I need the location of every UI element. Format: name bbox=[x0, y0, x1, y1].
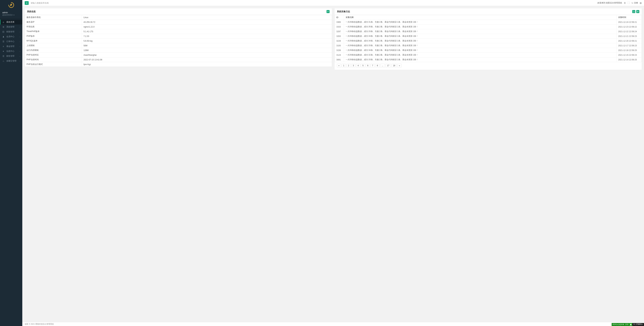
page-button[interactable]: ... bbox=[380, 64, 385, 68]
log-result: 一共39条收益数据，成功:35条、失败:2条、基金代码错误:1条、基金未更新:1… bbox=[344, 25, 616, 29]
nav-item-0[interactable]: ⌂ 后台主页 bbox=[0, 20, 22, 25]
info-key: MYSQL版本 bbox=[25, 39, 82, 43]
log-result: 一共39条收益数据，成功:34条、失败:2条、基金代码错误:1条、基金未更新:2… bbox=[344, 39, 616, 43]
external-icon: ◳ bbox=[633, 11, 634, 13]
log-row: 3159 一共39条收益数据，成功:34条、失败:2条、基金代码错误:1条、基金… bbox=[334, 48, 642, 53]
logout-icon: ↪ bbox=[632, 2, 633, 4]
page-button[interactable]: 6 bbox=[366, 64, 370, 68]
chevron-left-icon: ‹ bbox=[20, 26, 20, 28]
nav-item-1[interactable]: ⚙ 系统管理 ‹ bbox=[0, 25, 22, 29]
lock-icon: ⚿ bbox=[2, 31, 5, 33]
page-button[interactable]: 1 bbox=[342, 64, 346, 68]
logout-label: 注销 bbox=[634, 2, 638, 4]
page-button[interactable]: 18 bbox=[392, 64, 397, 68]
page-button[interactable]: 2 bbox=[346, 64, 351, 68]
grid-icon[interactable]: ▦ bbox=[640, 2, 642, 4]
page-button[interactable]: 8 bbox=[375, 64, 380, 68]
page-button[interactable]: 5 bbox=[361, 64, 365, 68]
info-row: PHP版本7.2.33 bbox=[25, 34, 332, 39]
nav-label: 系统管理 bbox=[6, 26, 20, 28]
log-id: 3193 bbox=[334, 43, 344, 48]
info-row: 服务器操作系统:Linux bbox=[25, 15, 332, 20]
footer-text: 创富 © 2021 网络科技后台管理系统 bbox=[25, 323, 54, 325]
log-id: 3228 bbox=[334, 39, 344, 43]
log-id: 3297 bbox=[334, 29, 344, 34]
nav-label: 权限管理 bbox=[6, 30, 20, 33]
trash-icon[interactable]: 🗑 bbox=[624, 2, 626, 4]
log-id: 3263 bbox=[334, 34, 344, 39]
nav-item-7[interactable]: ☰ 财务管理 ‹ bbox=[0, 54, 22, 59]
page-button[interactable]: « bbox=[337, 64, 341, 68]
log-result: 一共39条收益数据，成功:34条、失败:2条、基金代码错误:1条、基金未更新:1… bbox=[344, 48, 616, 53]
info-key: 环境信息 bbox=[25, 25, 82, 29]
nav-item-8[interactable]: ♨ 余额宝管理 ‹ bbox=[0, 59, 22, 63]
info-key: PHP当前时间 bbox=[25, 57, 82, 62]
list-icon: ☰ bbox=[2, 40, 5, 43]
nav-label: 余额宝管理 bbox=[6, 60, 20, 62]
search-input[interactable] bbox=[31, 2, 598, 4]
log-time: 2021-12-24 22:59:21 bbox=[616, 20, 642, 25]
external-button[interactable]: ◳ bbox=[632, 10, 635, 13]
hamburger-icon: ≡ bbox=[26, 2, 27, 4]
chevron-left-icon: ‹ bbox=[20, 41, 20, 43]
info-row: 运行内存限制128M bbox=[25, 48, 332, 53]
log-id: 3091 bbox=[334, 57, 344, 62]
log-time: 2021-12-20 22:59:21 bbox=[616, 39, 642, 43]
footer: 创富 © 2021 网络科技后台管理系统 bbox=[22, 322, 644, 326]
chevron-left-icon: ‹ bbox=[20, 50, 20, 52]
log-time: 2021-12-14 22:59:25 bbox=[616, 57, 642, 62]
log-result: 一共39条收益数据，成功:32条、失败:2条、基金代码错误:1条、基金未更新:1… bbox=[344, 53, 616, 57]
nav-item-4[interactable]: ☰ 订单中心 ‹ bbox=[0, 39, 22, 44]
info-value: 128M bbox=[82, 48, 332, 53]
info-row: 环境信息nginx/1.22.0 bbox=[25, 25, 332, 29]
log-id: 3365 bbox=[334, 20, 344, 25]
page-button[interactable]: » bbox=[397, 64, 402, 68]
nav-menu: ⌂ 后台主页 ⚙ 系统管理 ‹⚿ 权限管理 ‹♟ 会员中心 ‹☰ 订单中心 ‹≡… bbox=[0, 19, 22, 63]
log-result: 一共39条收益数据，成功:34条、失败:2条、基金代码错误:1条、基金未更新:1… bbox=[344, 34, 616, 39]
chevron-left-icon: ‹ bbox=[20, 46, 20, 48]
sidebar: admin 超级管理员9 ⌂ 后台主页 ⚙ 系统管理 ‹⚿ 权限管理 ‹♟ 会员… bbox=[0, 0, 22, 326]
info-icon: ✦ bbox=[2, 50, 5, 53]
info-row: ThinkPHP版本5.1.41 LTS bbox=[25, 29, 332, 34]
chart-icon: ≡ bbox=[2, 45, 5, 48]
user-icon: ♟ bbox=[2, 35, 5, 38]
page-button[interactable]: 4 bbox=[356, 64, 360, 68]
info-key: 服务器操作系统: bbox=[25, 15, 82, 20]
nav-item-6[interactable]: ✦ 信息中心 ‹ bbox=[0, 49, 22, 54]
page-button[interactable]: 3 bbox=[351, 64, 356, 68]
logo[interactable] bbox=[0, 0, 22, 10]
nav-label: 信息中心 bbox=[6, 50, 20, 53]
info-row: PHP当前时间2022-07-15 13:41:08 bbox=[25, 57, 332, 62]
settings-button[interactable]: ⚙ bbox=[636, 10, 639, 13]
nav-label: 订单中心 bbox=[6, 40, 20, 43]
info-value: 43.255.30.72 bbox=[82, 20, 332, 25]
perf-text: 开开心心过大年 开开 bbox=[612, 323, 630, 326]
perf-badge[interactable]: 开开心心过大年 开开 ⬢ 0.178001s bbox=[612, 323, 644, 326]
page-button[interactable]: 17 bbox=[386, 64, 391, 68]
info-value: Linux bbox=[82, 15, 332, 20]
money-icon: ☰ bbox=[2, 55, 5, 58]
info-row: 服务器IP43.255.30.72 bbox=[25, 20, 332, 25]
nav-label: 财务管理 bbox=[6, 55, 20, 58]
info-value: 5.6.50-log bbox=[82, 39, 332, 43]
sysinfo-title: 系统信息 bbox=[27, 10, 36, 13]
user-role-dropdown[interactable]: 超级管理员9 bbox=[2, 14, 20, 16]
page-button[interactable]: 7 bbox=[370, 64, 375, 68]
expand-icon[interactable]: ⛶ bbox=[628, 2, 630, 4]
logout-button[interactable]: ↪ 注销 bbox=[632, 2, 638, 4]
fire-icon: ♨ bbox=[2, 60, 5, 62]
nav-item-5[interactable]: ≡ 基金管理 ‹ bbox=[0, 44, 22, 49]
info-value: 50M bbox=[82, 43, 332, 48]
nav-item-2[interactable]: ⚿ 权限管理 ‹ bbox=[0, 29, 22, 34]
log-row: 3228 一共39条收益数据，成功:34条、失败:2条、基金代码错误:1条、基金… bbox=[334, 39, 642, 43]
log-time: 2021-12-21 22:59:23 bbox=[616, 34, 642, 39]
log-result: 一共39条收益数据，成功:33条、失败:2条、基金代码错误:1条、基金未更新:1… bbox=[344, 57, 616, 62]
nav-item-3[interactable]: ♟ 会员中心 ‹ bbox=[0, 34, 22, 39]
perf-time: 0.178001s bbox=[632, 323, 644, 326]
menu-toggle-button[interactable]: ≡ bbox=[25, 1, 29, 5]
log-row: 3263 一共39条收益数据，成功:34条、失败:2条、基金代码错误:1条、基金… bbox=[334, 34, 642, 39]
refresh-button[interactable]: ⟳ bbox=[326, 10, 330, 13]
info-row: MYSQL版本5.6.50-log bbox=[25, 39, 332, 43]
info-value: nginx/1.22.0 bbox=[82, 25, 332, 29]
log-id: 3159 bbox=[334, 48, 344, 53]
